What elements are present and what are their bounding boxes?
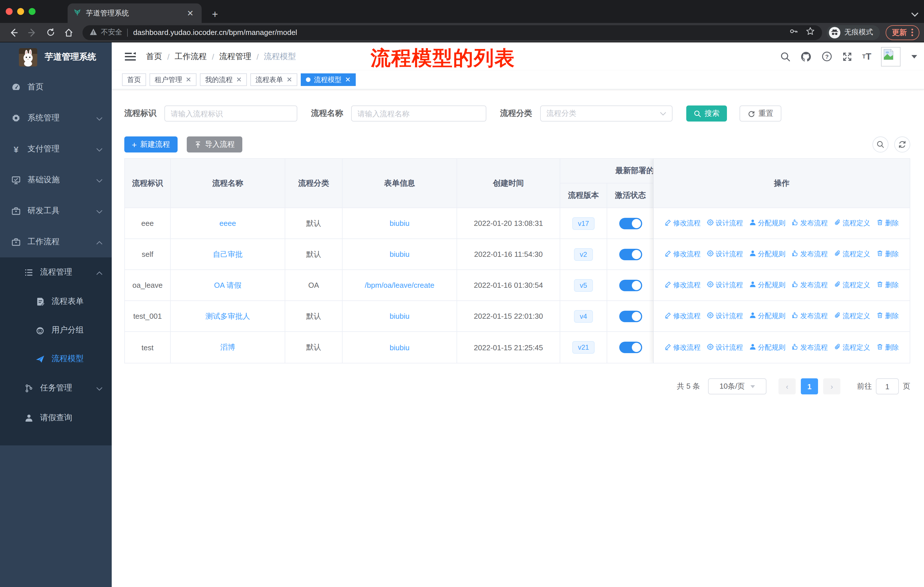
- delete-process-link[interactable]: 删除: [876, 250, 899, 259]
- form-info-link[interactable]: biubiu: [389, 312, 409, 321]
- design-process-link[interactable]: 设计流程: [707, 311, 743, 321]
- edit-process-link[interactable]: 修改流程: [665, 280, 701, 290]
- bookmark-star-icon[interactable]: [805, 26, 815, 38]
- assign-rules-link[interactable]: 分配规则: [749, 311, 785, 321]
- tag-process-model[interactable]: 流程模型✕: [301, 73, 356, 86]
- page-number-1[interactable]: 1: [801, 378, 818, 394]
- security-label[interactable]: 不安全: [101, 28, 122, 37]
- form-info-link[interactable]: biubiu: [389, 250, 409, 258]
- edit-process-link[interactable]: 修改流程: [665, 218, 701, 228]
- tag-home[interactable]: 首页: [122, 73, 146, 86]
- home-button[interactable]: [61, 25, 76, 40]
- close-icon[interactable]: ✕: [286, 76, 292, 84]
- active-toggle[interactable]: [619, 218, 642, 229]
- close-icon[interactable]: ✕: [345, 76, 351, 84]
- edit-process-link[interactable]: 修改流程: [665, 250, 701, 259]
- forward-button[interactable]: [25, 25, 40, 40]
- browser-menu-icon[interactable]: [911, 29, 913, 36]
- sidebar-item-process-form[interactable]: 流程表单: [0, 287, 112, 316]
- assign-rules-link[interactable]: 分配规则: [749, 218, 785, 228]
- address-bar[interactable]: 不安全 dashboard.yudao.iocoder.cn/bpm/manag…: [82, 25, 822, 40]
- delete-process-link[interactable]: 删除: [876, 280, 899, 290]
- publish-process-link[interactable]: 发布流程: [792, 280, 828, 290]
- process-definition-link[interactable]: 流程定义: [834, 250, 870, 259]
- form-info-link[interactable]: biubiu: [389, 219, 409, 228]
- assign-rules-link[interactable]: 分配规则: [749, 280, 785, 290]
- delete-process-link[interactable]: 删除: [876, 311, 899, 321]
- process-category-select[interactable]: 流程分类: [540, 106, 673, 122]
- breadcrumb-item[interactable]: 首页: [146, 51, 162, 62]
- edit-process-link[interactable]: 修改流程: [665, 311, 701, 321]
- tag-tenant[interactable]: 租户管理✕: [150, 73, 196, 86]
- process-name-link[interactable]: 滔博: [220, 342, 235, 352]
- update-button[interactable]: 更新: [886, 25, 919, 40]
- sidebar-item-process-model[interactable]: 流程模型: [0, 344, 112, 373]
- design-process-link[interactable]: 设计流程: [707, 342, 743, 352]
- sidebar-item-payment[interactable]: ¥ 支付管理: [0, 134, 112, 165]
- prev-page-button[interactable]: ‹: [779, 378, 796, 394]
- edit-process-link[interactable]: 修改流程: [665, 342, 701, 352]
- tab-search-chevron-icon[interactable]: [911, 9, 918, 20]
- process-definition-link[interactable]: 流程定义: [834, 218, 870, 228]
- create-process-button[interactable]: + 新建流程: [124, 136, 178, 152]
- goto-page-input[interactable]: [876, 378, 899, 394]
- delete-process-link[interactable]: 删除: [876, 218, 899, 228]
- form-info-link[interactable]: biubiu: [389, 343, 409, 352]
- process-definition-link[interactable]: 流程定义: [834, 280, 870, 290]
- app-logo[interactable]: 芋道管理系统: [0, 42, 112, 72]
- tag-process-form[interactable]: 流程表单✕: [250, 73, 297, 86]
- back-button[interactable]: [6, 25, 21, 40]
- window-controls[interactable]: [0, 0, 43, 23]
- active-toggle[interactable]: [619, 342, 642, 353]
- sidebar-item-system[interactable]: 系统管理: [0, 103, 112, 134]
- publish-process-link[interactable]: 发布流程: [792, 250, 828, 259]
- refresh-table-button[interactable]: [894, 136, 910, 152]
- maximize-window-button[interactable]: [29, 8, 36, 15]
- design-process-link[interactable]: 设计流程: [707, 250, 743, 259]
- sidebar-item-leave-query[interactable]: 请假查询: [0, 403, 112, 433]
- page-size-select[interactable]: 10条/页: [708, 378, 766, 394]
- process-name-link[interactable]: 自己审批: [213, 249, 243, 260]
- process-definition-link[interactable]: 流程定义: [834, 342, 870, 352]
- process-name-input[interactable]: [351, 106, 486, 122]
- incognito-badge[interactable]: 无痕模式: [827, 25, 880, 40]
- publish-process-link[interactable]: 发布流程: [792, 311, 828, 321]
- next-page-button[interactable]: ›: [823, 378, 840, 394]
- sidebar-item-process-management[interactable]: 流程管理: [0, 257, 112, 287]
- process-key-input[interactable]: [164, 106, 297, 122]
- search-icon[interactable]: [780, 51, 790, 62]
- active-toggle[interactable]: [619, 311, 642, 322]
- assign-rules-link[interactable]: 分配规则: [749, 250, 785, 259]
- help-icon[interactable]: ?: [822, 51, 832, 62]
- collapse-sidebar-icon[interactable]: [120, 46, 140, 67]
- github-icon[interactable]: [800, 51, 812, 62]
- publish-process-link[interactable]: 发布流程: [792, 218, 828, 228]
- import-process-button[interactable]: 导入流程: [187, 136, 242, 152]
- security-warning-icon[interactable]: [89, 27, 97, 38]
- process-name-link[interactable]: 测试多审批人: [205, 311, 250, 321]
- assign-rules-link[interactable]: 分配规则: [749, 342, 785, 352]
- search-button[interactable]: 搜索: [686, 106, 727, 122]
- url-text[interactable]: dashboard.yudao.iocoder.cn/bpm/manager/m…: [133, 28, 782, 37]
- reload-button[interactable]: [43, 25, 58, 40]
- process-name-link[interactable]: eeee: [219, 219, 236, 228]
- sidebar-item-user-group[interactable]: 用户分组: [0, 316, 112, 344]
- close-icon[interactable]: ✕: [236, 76, 242, 84]
- user-avatar[interactable]: [881, 47, 901, 66]
- sidebar-item-task-management[interactable]: 任务管理: [0, 373, 112, 403]
- publish-process-link[interactable]: 发布流程: [792, 342, 828, 352]
- browser-tab[interactable]: 芋道管理系统 ✕: [68, 3, 201, 23]
- fullscreen-icon[interactable]: [842, 51, 852, 62]
- show-search-toggle-button[interactable]: [873, 136, 888, 152]
- minimize-window-button[interactable]: [17, 8, 24, 15]
- reset-button[interactable]: 重置: [739, 106, 781, 122]
- breadcrumb-item[interactable]: 流程管理: [219, 51, 251, 62]
- tag-my-process[interactable]: 我的流程✕: [200, 73, 247, 86]
- avatar-menu-caret-icon[interactable]: [911, 55, 917, 58]
- sidebar-item-workflow[interactable]: 工作流程: [0, 227, 112, 257]
- process-name-link[interactable]: OA 请假: [214, 280, 241, 290]
- design-process-link[interactable]: 设计流程: [707, 280, 743, 290]
- sidebar-item-infrastructure[interactable]: 基础设施: [0, 165, 112, 195]
- key-icon[interactable]: [789, 26, 799, 38]
- font-size-icon[interactable]: TT: [862, 51, 871, 62]
